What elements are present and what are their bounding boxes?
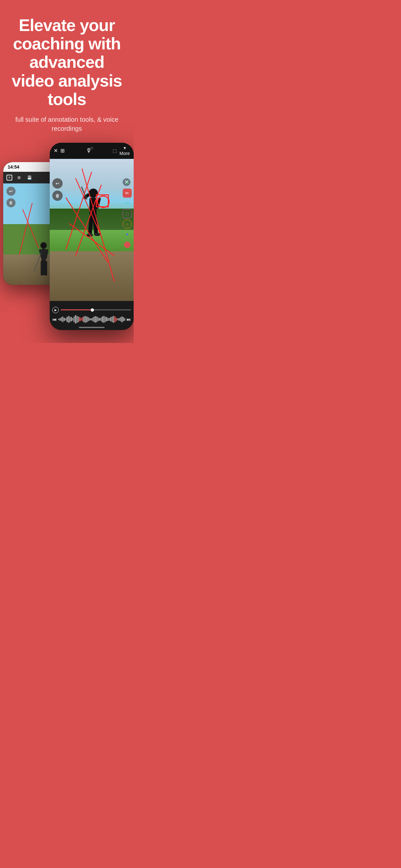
front-toolbar: ✕ ⊞ 🎙 ⬚ ▾ More [50,143,134,159]
rect-tool-button[interactable]: □ [123,209,132,218]
waveform-bar [106,317,107,321]
waveform-bar [65,318,66,321]
waveform-bar [107,318,109,321]
skip-back-button[interactable]: ⏮ [52,317,57,322]
waveform-bar [72,318,73,321]
home-indicator [79,327,104,328]
back-undo-button[interactable]: ↩ [6,187,16,196]
back-status-time: 14:54 [8,164,19,169]
waveform-bar [78,316,79,322]
play-button[interactable]: ▶ [52,307,59,313]
waveform-bar [123,317,124,321]
waveform-bar [92,318,93,321]
progress-bar[interactable] [61,309,131,310]
phones-container: 14:54 ✕ ⊞ 💾 [0,143,134,343]
svg-point-2 [40,242,47,249]
progress-row: ▶ [52,307,131,313]
wave-tool-button[interactable]: 〰 [123,199,132,208]
main-headline: Elevate your coaching with advanced vide… [10,16,124,108]
skip-fwd-button[interactable]: ⏭ [127,317,131,322]
waveform-bar [119,318,120,321]
waveform-bar [59,318,60,321]
front-playback-controls: ▶ ⏮ ⏭ [50,301,134,330]
waveform-bar [124,318,125,321]
waveform-bar [90,318,91,321]
record-button[interactable] [124,242,130,248]
svg-line-21 [66,172,92,249]
waveform-bar [96,316,97,322]
progress-thumb[interactable] [91,308,94,312]
front-camera-icon[interactable]: ⬚ [113,148,117,153]
waveform-bar [100,318,101,321]
waveform-bar [113,316,114,323]
svg-line-8 [34,252,41,272]
move-tool-button[interactable]: ✦ [123,230,132,239]
waveform-bar [66,317,67,321]
svg-point-19 [97,196,109,208]
waveform-bar [83,316,84,322]
waveform-bar [85,316,86,323]
waveform-row: ⏮ ⏭ [52,314,131,324]
waveform-bar [103,316,104,323]
waveform-bar [95,316,96,322]
front-camera-notch [90,147,93,150]
head-circle-annotation [96,194,109,207]
back-delete-button[interactable]: 🗑 [6,198,16,207]
waveform-bar [58,319,59,320]
back-grid-icon[interactable]: ⊞ [16,174,23,181]
hero-section: Elevate your coaching with advanced vide… [0,0,134,143]
waveform-bar [93,317,94,321]
waveform-bar [88,317,89,321]
waveform[interactable] [58,314,125,324]
svg-rect-6 [41,261,44,275]
waveform-bar [99,318,100,321]
pen-tool-button[interactable]: ✏ [123,189,132,197]
waveform-bar [73,316,74,322]
waveform-bar [121,316,122,322]
right-tool-panel: ↗ ✏ 〰 □ ○ ✦ [123,178,132,249]
front-undo-button[interactable]: ↩ [52,178,63,189]
waveform-bar [75,315,76,323]
waveform-bar [82,317,83,321]
waveform-bar [81,318,82,321]
front-delete-button[interactable]: 🗑 [52,190,63,201]
waveform-bar [86,316,87,322]
phone-front: ✕ ⊞ 🎙 ⬚ ▾ More [50,143,134,330]
arrow-tool-button[interactable]: ↗ [123,178,132,187]
waveform-bar [69,316,70,322]
waveform-bar [116,318,117,321]
svg-line-25 [69,223,114,256]
waveform-bar [62,316,63,322]
left-tool-panel: ↩ 🗑 [52,178,63,201]
waveform-bar [120,317,121,321]
more-button[interactable]: ▾ More [120,145,130,156]
back-save-icon[interactable]: 💾 [26,174,33,181]
waveform-bar [112,316,113,322]
front-grid-icon[interactable]: ⊞ [60,148,65,154]
waveform-bar [117,318,118,321]
waveform-bar [97,317,98,321]
waveform-bar [110,317,111,321]
waveform-bar [102,316,103,322]
waveform-bar [64,318,65,321]
circle-tool-button[interactable]: ○ [123,220,132,228]
waveform-bar [104,316,105,322]
front-close-icon[interactable]: ✕ [54,148,58,154]
waveform-bar [68,316,69,323]
waveform-bar [76,316,78,323]
waveform-bar [89,318,90,321]
sub-headline: full suite of annotation tools, & voice … [10,115,124,133]
waveform-bar [109,318,110,321]
progress-fill [61,309,92,310]
waveform-bar [114,316,115,322]
back-close-icon[interactable]: ✕ [6,175,12,181]
svg-rect-7 [44,261,47,275]
front-video-area: ✕ ↩ 🗑 ↗ ✏ 〰 □ ○ ✦ [50,159,134,301]
waveform-bar [79,317,80,321]
waveform-bar [71,317,72,321]
waveform-bar [61,317,62,321]
